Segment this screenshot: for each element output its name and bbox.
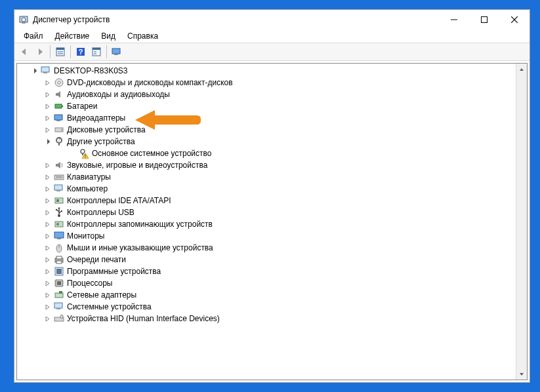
svg-rect-18 [114,54,118,55]
tree-item-audio-io[interactable]: Аудиовходы и аудиовыходы [17,88,527,100]
unknown-device-warning-icon: ! [79,148,89,159]
tree-item-sound-devices[interactable]: Звуковые, игровые и видеоустройства [17,159,527,171]
maximize-button[interactable] [469,10,499,29]
expander-closed-icon[interactable] [43,267,51,275]
show-hidden-button[interactable] [53,45,68,59]
tree-item-label: Мониторы [67,231,104,241]
expander-closed-icon[interactable] [43,173,51,181]
window-title: Диспетчер устройств [33,15,439,24]
svg-text:!: ! [85,154,86,159]
tree-item-system-devices[interactable]: Системные устройства [17,301,527,313]
expander-closed-icon[interactable] [43,303,51,311]
tree-item-print-queues[interactable]: Очереди печати [17,254,527,265]
svg-rect-14 [93,48,100,50]
svg-text:?: ? [79,48,83,56]
network-adapter-icon [54,290,64,300]
tree-item-label: Звуковые, игровые и видеоустройства [67,161,207,170]
keyboard-icon [54,172,64,182]
tree-item-label: Сетевые адаптеры [67,290,136,300]
tree-item-label: Контроллеры запоминающих устройств [67,220,213,229]
svg-point-32 [81,149,85,153]
expander-closed-icon[interactable] [43,90,51,98]
properties-button[interactable] [89,45,104,59]
expander-closed-icon[interactable] [43,291,51,299]
expander-closed-icon[interactable] [43,279,51,287]
expander-closed-icon[interactable] [43,232,51,240]
menu-action[interactable]: Действие [50,30,95,42]
menu-file[interactable]: Файл [18,30,49,42]
help-button[interactable]: ? [73,45,88,59]
scan-hardware-button[interactable] [110,45,124,59]
expander-closed-icon[interactable] [43,126,51,134]
tree-item-other-devices[interactable]: ? Другие устройства [17,136,527,147]
tree-item-disk-drives[interactable]: Дисковые устройства [17,124,527,136]
display-adapter-icon [54,113,64,123]
tree-item-network-adapters[interactable]: Сетевые адаптеры [17,289,527,301]
tree-item-dvd[interactable]: DVD-дисководы и дисководы компакт-дисков [17,77,527,88]
tree-item-hid[interactable]: Устройства HID (Human Interface Devices) [17,313,527,324]
expander-closed-icon[interactable] [43,197,51,205]
menu-view[interactable]: Вид [96,30,121,42]
titlebar[interactable]: Диспетчер устройств [14,10,530,29]
tree-item-computer[interactable]: Компьютер [17,183,527,195]
expander-closed-icon[interactable] [43,114,51,122]
svg-rect-24 [62,106,63,107]
expander-closed-icon[interactable] [43,185,51,193]
svg-rect-26 [56,120,60,121]
minimize-button[interactable] [439,10,469,29]
forward-button[interactable] [33,45,47,59]
expander-closed-icon[interactable] [43,220,51,228]
svg-rect-4 [482,17,488,23]
tree-item-ide-controllers[interactable]: Контроллеры IDE ATA/ATAPI [17,195,527,206]
scroll-up-button[interactable] [516,64,527,75]
svg-rect-66 [59,291,62,294]
mouse-icon [54,243,64,253]
expander-closed-icon[interactable] [43,79,51,87]
menubar: Файл Действие Вид Справка [14,29,530,43]
tree-item-software-devices[interactable]: Программные устройства [17,265,527,277]
tree-item-processors[interactable]: Процессоры [17,277,527,289]
tree-item-batteries[interactable]: Батареи [17,100,527,112]
tree-item-keyboards[interactable]: Клавиатуры [17,171,527,183]
tree-root[interactable]: DESKTOP-R83K0S3 [17,65,527,77]
expander-closed-icon[interactable] [43,102,51,110]
svg-point-47 [56,223,59,225]
svg-rect-54 [56,261,62,264]
svg-point-28 [61,129,62,130]
menu-help[interactable]: Справка [122,30,163,42]
tree-item-mice[interactable]: Мыши и иные указывающие устройства [17,242,527,254]
hid-icon [54,313,64,324]
expander-closed-icon[interactable] [43,315,51,323]
expander-closed-icon[interactable] [43,256,51,264]
tree-item-label: Системные устройства [67,302,152,311]
tree-item-label: DVD-дисководы и дисководы компакт-дисков [67,78,233,87]
tree-root-label: DESKTOP-R83K0S3 [54,66,128,75]
tree-item-usb-controllers[interactable]: Контроллеры USB [17,206,527,218]
toolbar-separator [70,45,71,58]
scroll-track[interactable] [516,75,527,368]
vertical-scrollbar[interactable] [516,64,527,380]
svg-rect-48 [54,232,64,238]
device-tree: DESKTOP-R83K0S3 DVD-дисководы и дисковод… [17,64,527,326]
svg-rect-33 [82,153,83,155]
close-button[interactable] [499,10,530,29]
expander-open-icon[interactable] [30,67,38,75]
app-icon [18,14,29,25]
expander-closed-icon[interactable] [43,244,51,252]
tree-item-label: Контроллеры IDE ATA/ATAPI [67,196,171,205]
tree-item-base-system-device[interactable]: ! Основное системное устройство [17,147,527,159]
tree-item-display-adapters[interactable]: Видеоадаптеры [17,112,527,124]
tree-item-label: Видеоадаптеры [67,113,125,123]
tree-item-monitors[interactable]: Мониторы [17,230,527,242]
disc-drive-icon [54,77,64,88]
scroll-down-button[interactable] [516,368,527,380]
expander-open-icon[interactable] [43,138,51,146]
expander-closed-icon[interactable] [43,208,51,216]
tree-item-storage-controllers[interactable]: Контроллеры запоминающих устройств [17,218,527,230]
svg-rect-58 [57,281,61,285]
svg-rect-49 [57,238,61,239]
expander-closed-icon[interactable] [43,161,51,169]
back-button[interactable] [17,45,31,59]
svg-rect-67 [54,303,62,308]
window-controls [439,10,530,29]
